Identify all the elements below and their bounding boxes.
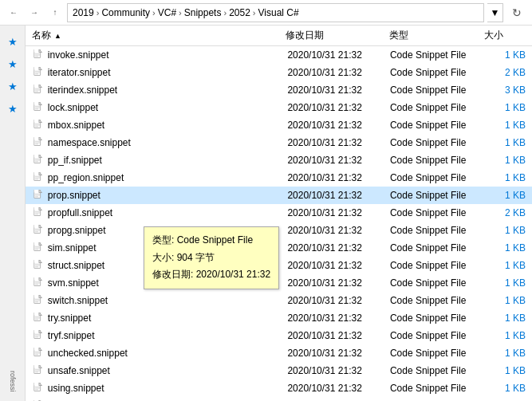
breadcrumb-sep-3: ›	[179, 8, 182, 18]
file-type: Code Snippet File	[390, 102, 485, 113]
file-name: invoke.snippet	[48, 49, 288, 61]
table-row[interactable]: prop.snippet2020/10/31 21:32Code Snippet…	[26, 187, 532, 204]
file-type: Code Snippet File	[390, 295, 485, 306]
file-icon	[32, 84, 45, 96]
table-row[interactable]: invoke.snippet2020/10/31 21:32Code Snipp…	[26, 46, 532, 64]
file-size: 1 KB	[485, 383, 532, 394]
column-headers: 名称 ▲ 修改日期 类型 大小	[26, 26, 532, 46]
file-type: Code Snippet File	[390, 67, 485, 78]
tooltip-type-label: 类型:	[152, 234, 174, 246]
tooltip-date-value: 2020/10/31 21:32	[196, 269, 270, 280]
table-row[interactable]: iterindex.snippet2020/10/31 21:32Code Sn…	[26, 81, 532, 99]
file-name: pp_if.snippet	[48, 155, 288, 166]
forward-button[interactable]: →	[26, 4, 43, 22]
file-icon	[32, 66, 45, 79]
breadcrumb-2052[interactable]: 2052	[229, 7, 250, 18]
file-icon	[32, 277, 45, 289]
table-row[interactable]: mbox.snippet2020/10/31 21:32Code Snippet…	[26, 116, 532, 134]
file-icon	[32, 171, 45, 184]
breadcrumb-dropdown-button[interactable]: ▼	[487, 3, 503, 22]
file-icon	[32, 119, 45, 132]
file-size: 1 KB	[485, 330, 532, 341]
file-icon	[32, 224, 45, 237]
table-row[interactable]: pp_if.snippet2020/10/31 21:32Code Snippe…	[26, 151, 532, 169]
table-row[interactable]: namespace.snippet2020/10/31 21:32Code Sn…	[26, 134, 532, 151]
file-date: 2020/10/31 21:32	[287, 348, 390, 359]
file-date: 2020/10/31 21:32	[287, 190, 390, 201]
up-button[interactable]: ↑	[46, 4, 64, 22]
table-row[interactable]: while.snippet2020/10/31 21:32Code Snippe…	[26, 397, 532, 401]
file-icon	[32, 154, 45, 167]
col-header-size[interactable]: 大小	[484, 29, 532, 42]
table-row[interactable]: pp_region.snippet2020/10/31 21:32Code Sn…	[26, 169, 532, 187]
table-row[interactable]: unchecked.snippet2020/10/31 21:32Code Sn…	[26, 344, 532, 362]
breadcrumb-visualcs[interactable]: Visual C#	[258, 7, 299, 18]
file-size: 1 KB	[485, 260, 532, 271]
chevron-down-icon: ▼	[491, 7, 500, 18]
file-icon	[32, 312, 45, 324]
file-date: 2020/10/31 21:32	[287, 225, 390, 236]
breadcrumb-community[interactable]: Community	[101, 7, 150, 18]
file-size: 1 KB	[485, 49, 532, 61]
sidebar-pin-4[interactable]: ★	[3, 99, 22, 118]
file-size: 1 KB	[485, 295, 532, 306]
file-size: 1 KB	[485, 190, 532, 201]
breadcrumb-path: 2019 › Community › VC# › Snippets › 2052…	[67, 3, 484, 22]
col-header-type[interactable]: 类型	[389, 29, 484, 42]
breadcrumb-sep-5: ›	[253, 8, 256, 18]
file-size: 1 KB	[485, 102, 532, 113]
table-row[interactable]: unsafe.snippet2020/10/31 21:32Code Snipp…	[26, 362, 532, 379]
file-type: Code Snippet File	[390, 49, 485, 61]
file-icon	[32, 294, 45, 307]
file-name: mbox.snippet	[48, 120, 288, 131]
file-date: 2020/10/31 21:32	[287, 102, 390, 113]
breadcrumb-sep-2: ›	[152, 8, 156, 18]
file-type: Code Snippet File	[390, 155, 485, 166]
table-row[interactable]: switch.snippet2020/10/31 21:32Code Snipp…	[26, 292, 532, 309]
file-name: switch.snippet	[48, 295, 288, 306]
file-type: Code Snippet File	[390, 137, 485, 148]
file-date: 2020/10/31 21:32	[287, 277, 390, 289]
file-date: 2020/10/31 21:32	[287, 383, 390, 394]
table-row[interactable]: lock.snippet2020/10/31 21:32Code Snippet…	[26, 99, 532, 116]
file-date: 2020/10/31 21:32	[287, 295, 390, 306]
file-name: try.snippet	[48, 313, 288, 324]
sidebar-bottom-label: rofessi	[3, 361, 22, 401]
file-type: Code Snippet File	[390, 85, 485, 96]
file-name: using.snippet	[48, 383, 288, 394]
sidebar-pin-3[interactable]: ★	[3, 77, 22, 96]
file-type: Code Snippet File	[390, 383, 485, 394]
col-header-date[interactable]: 修改日期	[286, 29, 388, 42]
breadcrumb-2019[interactable]: 2019	[73, 7, 94, 18]
tooltip-date-label: 修改日期:	[152, 269, 193, 280]
sidebar-pin-2[interactable]: ★	[3, 54, 22, 73]
file-type: Code Snippet File	[390, 365, 485, 376]
file-icon	[32, 259, 45, 272]
file-date: 2020/10/31 21:32	[287, 172, 390, 183]
file-type: Code Snippet File	[390, 277, 485, 289]
file-type: Code Snippet File	[390, 242, 485, 254]
refresh-button[interactable]: ↻	[506, 2, 527, 23]
file-name: namespace.snippet	[48, 137, 288, 148]
table-row[interactable]: tryf.snippet2020/10/31 21:32Code Snippet…	[26, 327, 532, 344]
col-name-label: 名称	[32, 29, 51, 42]
file-size: 1 KB	[485, 155, 532, 166]
file-icon	[32, 382, 45, 395]
breadcrumb-vcs[interactable]: VC#	[158, 7, 176, 18]
file-date: 2020/10/31 21:32	[287, 67, 390, 78]
back-button[interactable]: ←	[5, 4, 22, 22]
file-date: 2020/10/31 21:32	[287, 120, 390, 131]
table-row[interactable]: try.snippet2020/10/31 21:32Code Snippet …	[26, 309, 532, 327]
table-row[interactable]: using.snippet2020/10/31 21:32Code Snippe…	[26, 379, 532, 397]
file-name: tryf.snippet	[48, 330, 288, 341]
breadcrumb-snippets[interactable]: Snippets	[184, 7, 222, 18]
table-row[interactable]: propfull.snippet2020/10/31 21:32Code Sni…	[26, 204, 532, 222]
file-size: 1 KB	[485, 313, 532, 324]
file-date: 2020/10/31 21:32	[287, 242, 390, 254]
col-header-name[interactable]: 名称 ▲	[32, 29, 286, 42]
file-size: 1 KB	[485, 172, 532, 183]
sidebar-pin-1[interactable]: ★	[3, 32, 22, 51]
table-row[interactable]: iterator.snippet2020/10/31 21:32Code Sni…	[26, 64, 532, 81]
main-layout: ★ ★ ★ ★ rofessi 名称 ▲ 修改日期 类型 大小 invoke.s…	[0, 26, 532, 401]
file-size: 1 KB	[485, 242, 532, 254]
